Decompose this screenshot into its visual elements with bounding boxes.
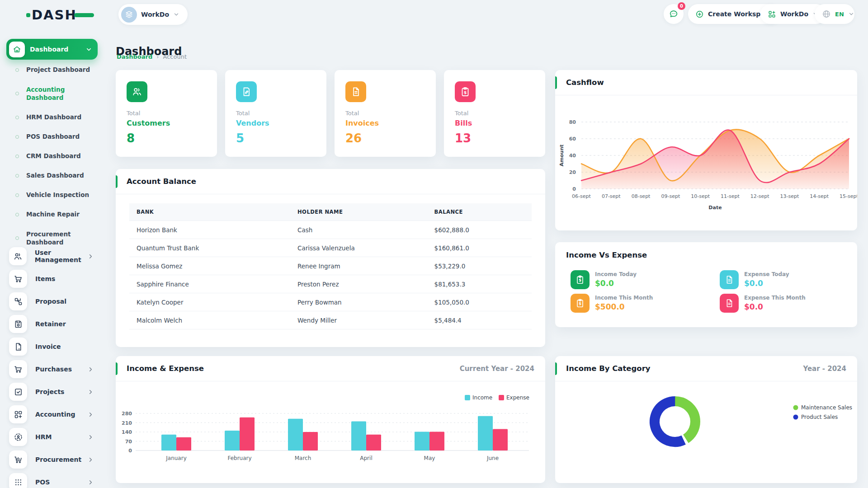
svg-text:May: May [424,455,435,461]
language-label: EN [835,11,844,18]
table-cell: Carissa Valenzuela [290,239,427,257]
svg-text:09-sept: 09-sept [661,193,680,199]
svg-text:March: March [295,455,311,461]
svg-text:0: 0 [572,186,576,192]
income-vs-expense-card: Income Vs Expense $Income Today$0.0Expen… [555,242,857,327]
sidebar-subitem-label: Vehicle Inspection [26,191,94,199]
sidebar-item-user-management[interactable]: User Management [6,245,98,267]
sidebar-item-dashboard[interactable]: Dashboard [6,39,98,60]
sidebar-subitem-machine-repair[interactable]: Machine Repair [6,205,98,224]
ive-value: $0.0 [595,279,637,288]
ive-label: Income This Month [595,295,653,301]
svg-text:210: 210 [122,420,132,426]
sidebar-item-label: Procurement [35,456,81,463]
svg-text:$: $ [579,278,581,282]
sidebar-subitem-vehicle-inspection[interactable]: Vehicle Inspection [6,185,98,205]
sidebar-subitem-label: Project Dashboard [26,66,94,74]
sidebar-item-invoice[interactable]: Invoice [6,335,98,358]
svg-text:40: 40 [569,153,576,159]
sidebar-subitem-sales-dashboard[interactable]: Sales Dashboard [6,166,98,185]
language-button[interactable]: EN [815,4,854,24]
cashflow-card: Cashflow 80604020006-sept07-sept08-sept0… [555,70,857,230]
chevron-right-icon [87,479,94,486]
table-cell: Horizon Bank [129,221,290,239]
sidebar-item-hrm[interactable]: HRM [6,426,98,448]
stat-prefix: Total [455,110,468,117]
icon-tile [9,383,27,401]
column-header: BALANCE [427,203,532,221]
chevron-right-icon [87,479,94,486]
chevron-down-icon [848,11,854,17]
sidebar-item-projects[interactable]: Projects [6,380,98,403]
table-cell: Perry Bowman [290,293,427,311]
card-title: Income & Expense Current Year - 2024 [116,356,545,381]
breadcrumb: Dashboard›Account [117,53,187,60]
svg-text:April: April [360,455,372,461]
workspace-switcher[interactable]: WorkDo [118,4,188,25]
sidebar-item-proposal[interactable]: Proposal [6,290,98,313]
chevron-right-icon [87,434,94,441]
icon-tile [9,360,27,378]
table-cell: Melissa Gomez [129,257,290,275]
stat-card-vendors: TotalVendors5 [225,70,326,157]
chevron-right-icon [87,253,94,260]
sidebar-subitem-project-dashboard[interactable]: Project Dashboard [6,60,98,80]
sidebar-subitem-hrm-dashboard[interactable]: HRM Dashboard [6,108,98,127]
table-cell: Katelyn Cooper [129,293,290,311]
chevron-right-icon [87,366,94,373]
messages-button[interactable]: 0 [664,4,684,24]
stat-label: Invoices [345,119,379,127]
income-by-category-card: Income By Category Year - 2024 Maintenan… [555,356,857,483]
clipboard-dollar-icon: $ [575,275,585,285]
clipboard-dollar-icon: $ [575,298,585,308]
icon-tile [9,270,27,288]
svg-text:January: January [165,455,187,461]
icon-tile [9,292,27,310]
bullet-icon [15,174,19,178]
svg-text:0: 0 [128,448,132,454]
chevron-down-icon [173,11,179,18]
note-icon [241,86,252,97]
sidebar-subitem-label: Machine Repair [26,210,94,218]
table-cell: Sapphire Finance [129,275,290,293]
clipboard-dollar-icon: $ [455,81,476,102]
sidebar-item-label: HRM [35,433,52,441]
ive-value: $0.0 [744,302,806,311]
sidebar-item-accounting[interactable]: Accounting [6,403,98,426]
icon-tile [9,473,27,488]
sidebar-item-retainer[interactable]: Retainer [6,313,98,335]
sidebar-item-label: Proposal [35,298,66,305]
sidebar-item-procurement[interactable]: Procurement [6,448,98,471]
icon-tile [9,450,27,469]
sidebar-item-label: Accounting [35,411,75,418]
sidebar-item-purchases[interactable]: Purchases [6,358,98,380]
breadcrumb-dashboard[interactable]: Dashboard [117,53,152,60]
sidebar-subitem-crm-dashboard[interactable]: CRM Dashboard [6,146,98,166]
table-cell: Renee Ingram [290,257,427,275]
bullet-icon [15,68,19,72]
cart-chart-icon [14,455,23,465]
sidebar-subitem-pos-dashboard[interactable]: POS Dashboard [6,127,98,146]
sidebar-subitem-label: Accounting Dashboard [26,85,94,102]
dashboard-submenu: Project DashboardAccounting DashboardHRM… [6,60,98,252]
card-title: Income By Category Year - 2024 [555,356,857,381]
chevron-right-icon [87,389,94,395]
svg-text:08-sept: 08-sept [632,193,651,199]
sidebar-item-label: Purchases [35,366,72,373]
icon-tile [9,338,27,356]
sidebar-subitem-accounting-dashboard[interactable]: Accounting Dashboard [6,80,98,108]
app-logo[interactable]: DASH [26,7,94,23]
svg-text:Amount: Amount [559,145,565,166]
chevron-down-icon [85,46,92,53]
icon-tile [9,428,27,446]
ive-item-income-this-month: $Income This Month$500.0 [571,294,653,313]
icon-tile [9,405,27,423]
sidebar-item-items[interactable]: Items [6,267,98,290]
period-label: Year - 2024 [803,365,846,373]
sidebar-item-pos[interactable]: POS [6,471,98,488]
table-cell: Malcolm Welch [129,311,290,329]
stat-value: 13 [455,131,471,145]
chat-icon [669,9,679,19]
table-row: Horizon BankCash$602,888.0 [129,221,532,239]
table-cell: Cash [290,221,427,239]
